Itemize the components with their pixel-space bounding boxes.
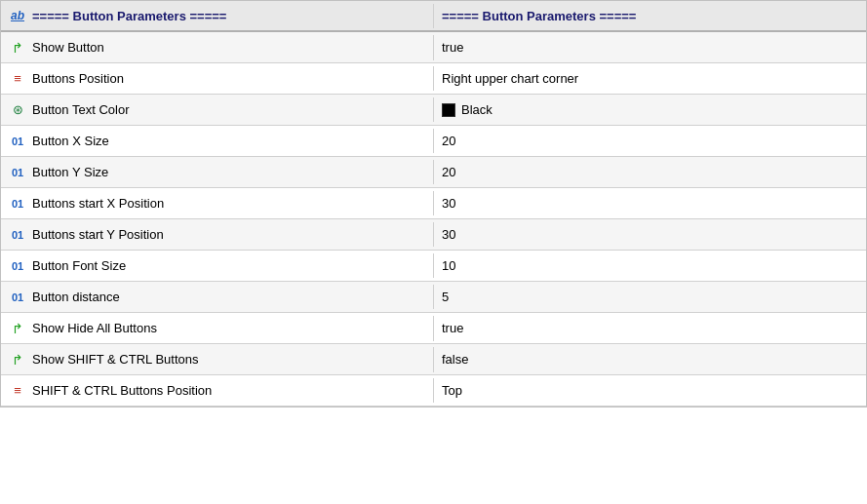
row-label: Buttons Position (32, 71, 124, 86)
parameters-table: ab ===== Button Parameters ===== ===== B… (0, 0, 867, 407)
row-value: 10 (442, 258, 455, 273)
row-value: 20 (442, 165, 455, 179)
row-right-col: 20 (434, 129, 866, 153)
row-value: 30 (442, 196, 455, 211)
row-left-col: ≡SHIFT & CTRL Buttons Position (1, 378, 434, 403)
row-label: SHIFT & CTRL Buttons Position (32, 383, 212, 398)
row-label: Button X Size (32, 134, 109, 148)
lines-icon: ≡ (9, 383, 26, 398)
row-value: true (442, 40, 463, 55)
table-header-row: ab ===== Button Parameters ===== ===== B… (1, 1, 866, 32)
row-value: Top (442, 383, 462, 398)
header-left-col: ab ===== Button Parameters ===== (1, 4, 434, 28)
arrow-icon: ↱ (9, 352, 26, 368)
row-value: 30 (442, 227, 455, 242)
row-label: Buttons start Y Position (32, 227, 164, 242)
row-label: Show Button (32, 40, 104, 55)
row-label: Buttons start X Position (32, 196, 164, 211)
circle-icon: ⊛ (9, 102, 26, 117)
table-row: 01Buttons start Y Position30 (1, 219, 866, 251)
row-left-col: 01Buttons start X Position (1, 191, 434, 215)
row-value: false (442, 352, 468, 367)
row-left-col: ↱Show Hide All Buttons (1, 316, 434, 341)
header-left-label: ===== Button Parameters ===== (32, 9, 226, 23)
lines-icon: ≡ (9, 71, 26, 86)
table-row: 01Buttons start X Position30 (1, 188, 866, 219)
table-row: 01Button X Size20 (1, 126, 866, 157)
row-left-col: 01Button Font Size (1, 253, 434, 278)
row-right-col: true (434, 35, 866, 59)
row-value: true (442, 321, 463, 335)
num-icon: 01 (9, 291, 26, 303)
row-right-col: 5 (434, 285, 866, 309)
table-row: ⊛Button Text ColorBlack (1, 95, 866, 126)
num-icon: 01 (9, 167, 26, 178)
row-right-col: Right upper chart corner (434, 66, 866, 91)
row-left-col: 01Buttons start Y Position (1, 222, 434, 247)
row-value: Black (461, 102, 493, 117)
row-label: Button distance (32, 290, 120, 304)
row-value: Right upper chart corner (442, 71, 578, 86)
row-right-col: Black (434, 97, 866, 122)
row-label: Button Text Color (32, 102, 129, 117)
row-right-col: 10 (434, 253, 866, 278)
header-right-label: ===== Button Parameters ===== (442, 9, 636, 23)
header-right-col: ===== Button Parameters ===== (434, 4, 866, 28)
row-left-col: ≡Buttons Position (1, 66, 434, 91)
table-row: 01Button Y Size20 (1, 157, 866, 188)
row-right-col: true (434, 316, 866, 340)
row-value: 20 (442, 134, 455, 148)
table-row: ↱Show SHIFT & CTRL Buttonsfalse (1, 344, 866, 375)
row-left-col: ↱Show SHIFT & CTRL Buttons (1, 347, 434, 372)
row-left-col: ↱Show Button (1, 35, 434, 60)
row-label: Button Font Size (32, 258, 126, 273)
row-left-col: ⊛Button Text Color (1, 97, 434, 122)
num-icon: 01 (9, 260, 26, 272)
row-left-col: 01Button Y Size (1, 160, 434, 184)
table-row: 01Button distance5 (1, 282, 866, 313)
row-label: Show SHIFT & CTRL Buttons (32, 352, 199, 367)
row-value: 5 (442, 290, 449, 304)
row-right-col: 20 (434, 160, 866, 184)
row-right-col: false (434, 347, 866, 371)
row-left-col: 01Button X Size (1, 129, 434, 153)
table-row: 01Button Font Size10 (1, 251, 866, 282)
row-right-col: Top (434, 378, 866, 403)
table-row: ≡Buttons PositionRight upper chart corne… (1, 63, 866, 95)
row-right-col: 30 (434, 191, 866, 215)
color-swatch (442, 103, 455, 117)
table-row: ≡SHIFT & CTRL Buttons PositionTop (1, 375, 866, 407)
row-label: Button Y Size (32, 165, 108, 179)
table-row: ↱Show Hide All Buttonstrue (1, 313, 866, 344)
table-row: ↱Show Buttontrue (1, 32, 866, 63)
row-right-col: 30 (434, 222, 866, 247)
num-icon: 01 (9, 229, 26, 241)
row-label: Show Hide All Buttons (32, 321, 157, 335)
arrow-icon: ↱ (9, 321, 26, 336)
num-icon: 01 (9, 198, 26, 210)
num-icon: 01 (9, 136, 26, 147)
ab-icon: ab (9, 9, 26, 22)
arrow-icon: ↱ (9, 40, 26, 56)
row-left-col: 01Button distance (1, 285, 434, 309)
